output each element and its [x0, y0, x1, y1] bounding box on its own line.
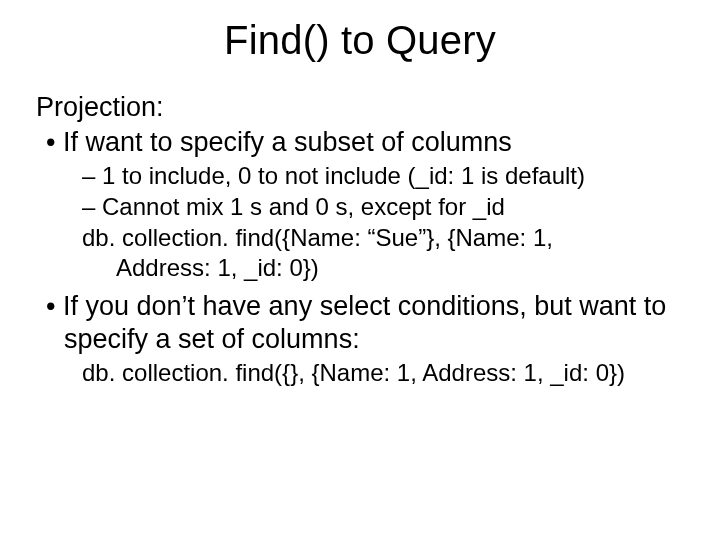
subbullet-text: 1 to include, 0 to not include (_id: 1 i…	[102, 162, 585, 189]
slide: Find() to Query Projection: If want to s…	[0, 0, 720, 540]
code-line: Address: 1, _id: 0})	[82, 253, 684, 282]
code-example-1: db. collection. find({Name: “Sue”}, {Nam…	[36, 223, 684, 282]
bullet-no-conditions: If you don’t have any select conditions,…	[36, 290, 684, 356]
bullet-subset-columns: If want to specify a subset of columns	[36, 126, 684, 159]
subbullet-cannot-mix: Cannot mix 1 s and 0 s, except for _id	[36, 192, 684, 221]
bullet-text: If you don’t have any select conditions,…	[63, 291, 666, 354]
projection-heading: Projection:	[36, 91, 684, 124]
slide-body: Projection: If want to specify a subset …	[36, 91, 684, 387]
subbullet-text: Cannot mix 1 s and 0 s, except for _id	[102, 193, 505, 220]
slide-title: Find() to Query	[36, 18, 684, 63]
code-line: db. collection. find({Name: “Sue”}, {Nam…	[82, 224, 553, 251]
code-example-2: db. collection. find({}, {Name: 1, Addre…	[36, 358, 684, 387]
bullet-text: If want to specify a subset of columns	[63, 127, 512, 157]
subbullet-include-exclude: 1 to include, 0 to not include (_id: 1 i…	[36, 161, 684, 190]
code-line: db. collection. find({}, {Name: 1, Addre…	[82, 359, 625, 386]
